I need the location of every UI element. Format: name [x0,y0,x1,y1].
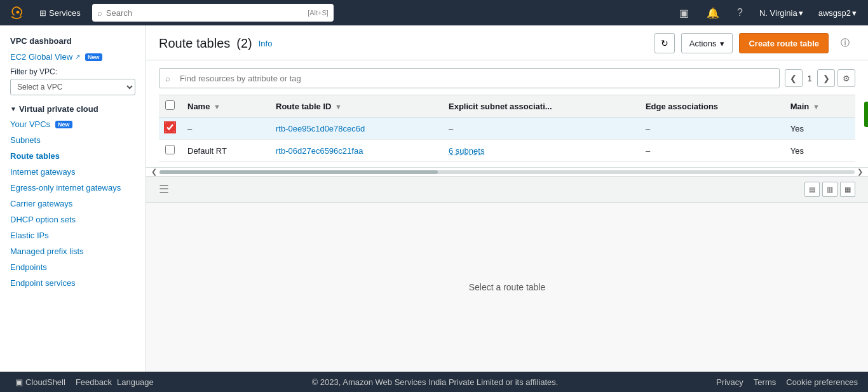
aws-logo[interactable] [8,3,28,23]
subnets-label: Subnets [10,135,41,145]
sidebar-item-your-vpcs[interactable]: Your VPCs New [0,116,146,132]
table-row[interactable]: – rtb-0ee95c1d0e78cec6d – – Yes [159,118,855,140]
cloudshell-label: CloudShell [25,377,65,387]
col-header-main: Main ▼ [784,95,855,118]
panel-drag-handle[interactable]: ☰ [159,182,169,196]
row-2-name: Default RT [181,140,269,162]
sidebar-item-dhcp[interactable]: DHCP option sets [0,212,146,227]
footer: ▣ CloudShell Feedback Language © 2023, A… [0,372,868,392]
user-label: awsgsp2 [818,8,851,18]
footer-copyright: © 2023, Amazon Web Services India Privat… [312,377,559,387]
your-vpcs-label: Your VPCs [10,119,50,129]
sidebar-item-egress-only[interactable]: Egress-only internet gateways [0,180,146,196]
help-icon[interactable]: ? [732,4,748,21]
table-search-wrap: ⌕ [159,68,780,88]
search-icon: ⌕ [97,8,102,18]
search-shortcut: [Alt+S] [308,9,329,17]
col-header-explicit-subnet: Explicit subnet associati... [442,95,639,118]
create-route-table-button[interactable]: Create route table [739,33,829,53]
sidebar-item-ec2-global-view[interactable]: EC2 Global View ↗ New [0,49,146,65]
vpc-section-header[interactable]: ▼ Virtual private cloud [0,100,146,116]
terminal-icon[interactable]: ▣ [674,4,694,22]
row-1-edge-assoc: – [639,118,784,140]
info-link[interactable]: Info [259,39,273,48]
panel-icons: ▤ ▥ ▦ [804,182,855,197]
route-table: Name ▼ Route table ID ▼ Explicit subnet … [159,95,855,162]
select-all-header [159,95,181,118]
refresh-button[interactable]: ↻ [654,33,675,53]
pagination: ❮ 1 ❯ ⚙ [785,69,855,87]
col-name-filter-icon[interactable]: ▼ [214,103,220,111]
region-chevron-icon: ▾ [799,8,803,18]
col-id-filter-icon[interactable]: ▼ [335,103,342,111]
cloudshell-button[interactable]: ▣ CloudShell [10,375,71,389]
h-scroll-track[interactable] [159,170,855,174]
sidebar-item-vpc-dashboard[interactable]: VPC dashboard [0,33,146,49]
col-name-label: Name [187,102,210,111]
sidebar-item-internet-gateways[interactable]: Internet gateways [0,164,146,180]
sidebar-item-managed-prefix-lists[interactable]: Managed prefix lists [0,243,146,259]
h-scroll-thumb [159,170,438,174]
global-search[interactable]: ⌕ [Alt+S] [92,4,334,22]
col-header-name: Name ▼ [181,95,269,118]
row-1-route-table-link[interactable]: rtb-0ee95c1d0e78cec6d [276,124,365,133]
count-badge: (2) [236,36,252,51]
grid-icon: ⊞ [39,8,46,18]
sidebar-item-carrier-gateways[interactable]: Carrier gateways [0,196,146,212]
feedback-link[interactable]: Feedback [76,377,112,387]
row-1-main: Yes [784,118,855,140]
panel-help-icon[interactable]: ⓘ [835,33,855,53]
user-chevron-icon: ▾ [852,8,857,18]
sidebar: VPC dashboard EC2 Global View ↗ New Filt… [0,25,146,372]
h-scroll-left-arrow[interactable]: ❮ [149,168,159,176]
sidebar-item-endpoint-services[interactable]: Endpoint services [0,275,146,291]
terms-link[interactable]: Terms [754,377,776,387]
panel-close-button[interactable]: ▦ [840,182,855,197]
region-label: N. Virginia [759,8,797,18]
bottom-panel-content: Select a route table [146,203,868,372]
user-menu[interactable]: awsgsp2 ▾ [815,6,860,20]
page-title: Route tables [159,36,230,51]
actions-chevron-icon: ▾ [720,39,724,48]
content-header: Route tables (2) Info ↻ Actions ▾ Create… [146,25,868,60]
column-settings-button[interactable]: ⚙ [837,69,855,87]
internet-gateways-label: Internet gateways [10,167,76,177]
route-tables-label: Route tables [10,151,60,161]
bottom-panel: ☰ ▤ ▥ ▦ Select a route table [146,176,868,372]
table-row[interactable]: Default RT rtb-06d27ec6596c21faa 6 subne… [159,140,855,162]
col-main-filter-icon[interactable]: ▼ [813,103,820,111]
sidebar-item-subnets[interactable]: Subnets [0,132,146,148]
sidebar-item-elastic-ips[interactable]: Elastic IPs [0,227,146,243]
sidebar-item-endpoints[interactable]: Endpoints [0,259,146,275]
services-menu[interactable]: ⊞ Services [36,6,85,20]
actions-button[interactable]: Actions ▾ [681,33,733,53]
sidebar-item-route-tables[interactable]: Route tables [0,148,146,164]
new-badge-vpcs: New [55,121,72,128]
row-1-checkbox[interactable] [165,123,175,132]
table-search-input[interactable] [159,68,780,88]
h-scroll-right-arrow[interactable]: ❯ [855,168,865,176]
horizontal-scrollbar[interactable]: ❮ ❯ [146,167,868,176]
ec2-global-view-label: EC2 Global View [10,52,72,62]
panel-split-horizontal-button[interactable]: ▥ [822,182,837,197]
row-2-subnets-link[interactable]: 6 subnets [449,146,484,156]
search-input[interactable] [106,8,304,18]
col-explicit-label: Explicit subnet associati... [449,102,552,111]
vpc-filter-select[interactable]: Select a VPC [10,79,135,95]
egress-only-label: Egress-only internet gateways [10,183,121,193]
cookie-link[interactable]: Cookie preferences [786,377,858,387]
bell-icon[interactable]: 🔔 [702,4,724,22]
pagination-next-button[interactable]: ❯ [817,69,835,87]
select-all-checkbox[interactable] [165,100,175,110]
row-1-checkbox-cell [159,118,181,140]
region-selector[interactable]: N. Virginia ▾ [756,6,807,20]
pagination-prev-button[interactable]: ❮ [785,69,803,87]
privacy-link[interactable]: Privacy [716,377,743,387]
filter-vpc-label: Filter by VPC: [10,67,135,76]
language-link[interactable]: Language [117,377,154,387]
row-2-route-table-link[interactable]: rtb-06d27ec6596c21faa [276,146,363,156]
row-2-checkbox[interactable] [165,145,175,154]
col-edge-label: Edge associations [646,102,718,111]
row-1-explicit-subnet: – [442,118,639,140]
panel-split-vertical-button[interactable]: ▤ [804,182,820,197]
